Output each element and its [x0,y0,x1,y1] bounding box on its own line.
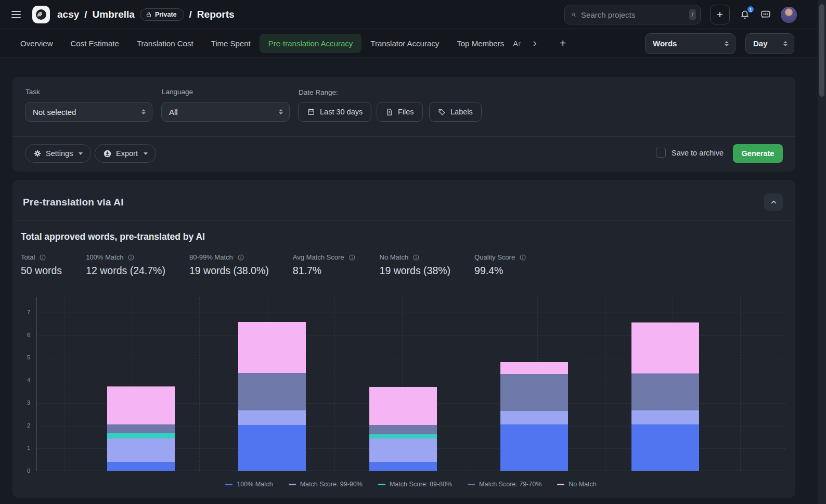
bar-segment[interactable] [631,322,699,374]
legend-item[interactable]: Match Score: 89-80% [378,481,452,488]
info-icon[interactable] [412,254,420,261]
task-select[interactable]: Not selected [25,102,152,122]
bar-segment[interactable] [500,411,568,424]
add-report-tab-button[interactable]: + [557,34,569,53]
select-arrows-icon [725,41,729,46]
legend-item[interactable]: No Match [557,481,597,488]
reports-page: acsy / Umbrella Private / Reports / + [0,0,826,504]
unit-select[interactable]: Words [645,33,735,54]
chart-subtitle: Total approved words, pre-translated by … [21,231,205,242]
tabs-scroll-right-button[interactable] [527,36,542,51]
bar-segment[interactable] [631,410,699,424]
generate-report-button[interactable]: Generate [733,144,783,163]
export-button-label: Export [116,149,138,158]
summary-stats-row: Total 50 words 100% Match 12 words (24.7… [21,253,526,277]
chart-plot-area [36,297,785,471]
legend-swatch-icon [289,484,296,485]
settings-dropdown-button[interactable]: Settings [25,144,91,163]
date-range-button[interactable]: Last 30 days [298,102,371,122]
page-scrollbar[interactable] [818,0,826,504]
tab-translator-accuracy[interactable]: Translator Accuracy [362,34,448,53]
bar-segment[interactable] [369,462,437,471]
bar-segment[interactable] [107,462,175,471]
info-icon[interactable] [127,254,135,261]
bar-segment[interactable] [107,386,175,424]
bar-segment[interactable] [238,322,306,373]
info-icon[interactable] [519,254,526,261]
language-select[interactable]: All [161,102,290,122]
bar-segment[interactable] [107,433,175,438]
bar-segment[interactable] [238,410,306,425]
bar-segment[interactable] [369,434,437,438]
tab-overflow-clipped[interactable]: Ar [513,39,527,48]
stat-value: 81.7% [293,265,356,277]
user-avatar[interactable] [781,7,797,23]
date-range-label: Date Range: [299,88,338,96]
bar-segment[interactable] [500,374,568,411]
bar-segment[interactable] [631,424,699,471]
export-dropdown-button[interactable]: Export [95,144,156,163]
gear-icon [33,149,42,158]
legend-swatch-icon [378,484,385,485]
save-to-archive-label: Save to archive [672,149,724,157]
legend-swatch-icon [557,484,564,485]
tab-cost-estimate[interactable]: Cost Estimate [62,34,128,53]
bar-segment[interactable] [107,424,175,433]
legend-label: Match Score: 99-90% [300,481,363,488]
app-logo[interactable] [32,6,50,23]
legend-label: Match Score: 79-70% [479,481,541,488]
bar-segment[interactable] [238,425,306,471]
legend-item[interactable]: Match Score: 99-90% [289,481,363,488]
gridline-h [37,313,785,313]
bar-segment[interactable] [238,373,306,410]
stat-avg-match-score: Avg Match Score 81.7% [293,253,356,277]
report-tabbar: Overview Cost Estimate Translation Cost … [0,30,826,58]
save-to-archive-checkbox[interactable] [656,148,666,158]
bar-segment[interactable] [500,362,568,374]
legend-swatch-icon [468,484,475,485]
caret-down-icon [144,152,148,155]
bar-segment[interactable] [631,373,699,410]
bar-segment[interactable] [369,438,437,462]
tab-top-members[interactable]: Top Members [448,34,513,53]
legend-label: 100% Match [237,481,273,488]
gridline-v [334,297,335,471]
notifications-button[interactable]: 1 [739,9,751,20]
legend-item[interactable]: Match Score: 79-70% [468,481,541,488]
info-icon[interactable] [349,254,356,261]
create-project-button[interactable]: + [710,5,730,24]
tab-time-spent[interactable]: Time Spent [202,34,260,53]
breadcrumb-separator: / [84,9,87,20]
y-axis-tick: 7 [15,309,30,315]
bar-segment[interactable] [369,387,437,425]
tab-pre-translation-accuracy[interactable]: Pre-translation Accuracy [260,34,362,53]
tab-translation-cost[interactable]: Translation Cost [128,34,202,53]
breadcrumb-project[interactable]: Umbrella [93,9,135,20]
files-filter-button[interactable]: Files [377,102,423,122]
download-icon [103,149,112,158]
chart-legend: 100% MatchMatch Score: 99-90%Match Score… [36,481,785,488]
project-search[interactable]: / [564,5,701,24]
menu-icon[interactable] [7,5,28,24]
info-icon[interactable] [39,254,46,261]
bar-segment[interactable] [369,425,437,434]
labels-filter-button[interactable]: Labels [429,102,482,122]
report-tabs: Overview Cost Estimate Translation Cost … [11,34,569,53]
search-input[interactable] [581,10,685,19]
bar-segment[interactable] [500,424,568,471]
tab-overview[interactable]: Overview [11,34,62,53]
search-icon [571,10,576,19]
tag-icon [438,108,446,116]
search-shortcut-key: / [689,9,696,20]
period-select[interactable]: Day [745,33,794,54]
bar-segment[interactable] [107,438,175,462]
scrollbar-thumb[interactable] [819,4,824,97]
chevron-right-icon [531,40,539,48]
legend-item[interactable]: 100% Match [225,481,273,488]
messages-button[interactable] [760,9,771,20]
info-icon[interactable] [237,254,244,261]
breadcrumb-org[interactable]: acsy [57,9,79,20]
y-axis-tick: 1 [15,445,30,451]
stat-100-match: 100% Match 12 words (24.7%) [86,253,165,277]
collapse-panel-button[interactable] [764,193,783,211]
